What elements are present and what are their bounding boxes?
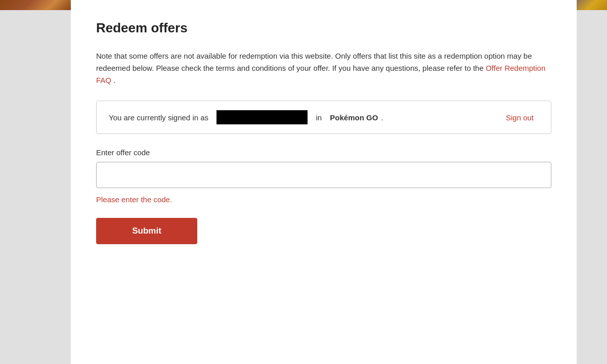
signed-in-game-prefix: in bbox=[316, 113, 322, 122]
description-end: . bbox=[113, 76, 115, 84]
redacted-username bbox=[216, 110, 308, 124]
submit-button[interactable]: Submit bbox=[96, 218, 197, 244]
signed-in-prefix: You are currently signed in as bbox=[109, 113, 208, 122]
top-bar-left-decoration bbox=[0, 0, 71, 10]
game-suffix: . bbox=[381, 113, 383, 122]
signed-in-text: You are currently signed in as in Pokémo… bbox=[109, 110, 383, 124]
game-name: Pokémon GO bbox=[330, 113, 378, 122]
description-part1: Note that some offers are not available … bbox=[96, 52, 532, 72]
main-content: Redeem offers Note that some offers are … bbox=[71, 0, 577, 364]
right-sidebar bbox=[577, 0, 607, 364]
description-text: Note that some offers are not available … bbox=[96, 50, 551, 86]
page-title: Redeem offers bbox=[96, 20, 551, 36]
signed-in-box: You are currently signed in as in Pokémo… bbox=[96, 101, 551, 134]
error-message: Please enter the code. bbox=[96, 195, 551, 204]
sign-out-button[interactable]: Sign out bbox=[501, 113, 539, 122]
offer-code-input[interactable] bbox=[96, 162, 551, 188]
top-bar-right-decoration bbox=[577, 0, 607, 10]
left-sidebar bbox=[0, 0, 71, 364]
offer-code-label: Enter offer code bbox=[96, 148, 551, 157]
